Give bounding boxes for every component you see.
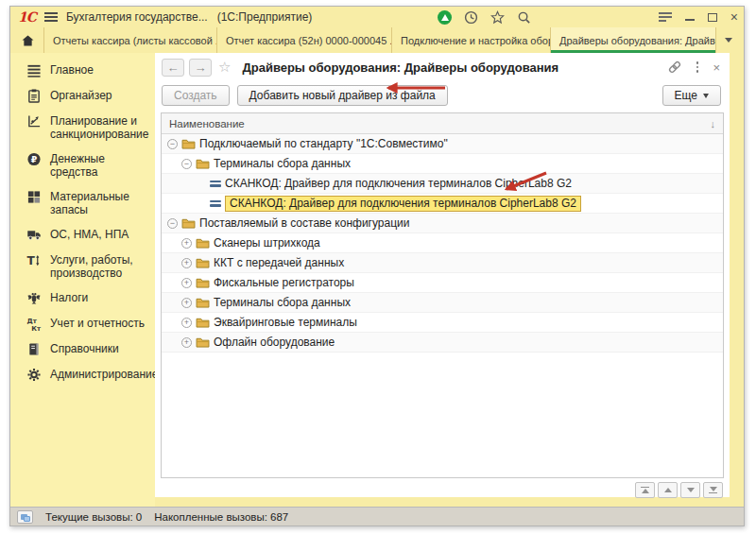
ruble-coin-icon: ₽ (26, 152, 42, 166)
table-row[interactable]: Подключаемый по стандарту "1С:Совместимо… (162, 134, 723, 154)
table-row-selected[interactable]: СКАНКОД: Драйвер для подключения термина… (162, 194, 723, 214)
maximize-icon[interactable] (708, 13, 717, 22)
expand-icon[interactable] (181, 278, 192, 288)
add-to-favorites-icon[interactable] (218, 59, 231, 76)
table-row[interactable]: Терминалы сбора данных (162, 293, 723, 313)
sidebar-item-fixed-assets[interactable]: ОС, НМА, НПА (10, 222, 155, 248)
gear-icon (26, 368, 42, 382)
accumulated-calls-label: Накопленные вызовы: 687 (154, 511, 288, 523)
server-calls-icon (17, 510, 33, 524)
minimize-icon[interactable] (685, 19, 695, 21)
clipboard-icon (26, 89, 42, 103)
sidebar-item-services[interactable]: Т Услуги, работы, производство (10, 248, 155, 285)
go-up-button[interactable] (658, 482, 678, 498)
app-window: 1С Бухгалтерия государстве...(1С:Предпри… (9, 6, 745, 526)
sidebar-item-taxes[interactable]: Налоги (10, 285, 155, 311)
collapse-icon[interactable] (167, 218, 178, 229)
more-actions-icon[interactable] (696, 61, 699, 73)
get-link-icon[interactable] (667, 60, 682, 75)
sidebar-item-administration[interactable]: Администрирование (10, 362, 155, 388)
expand-icon[interactable] (181, 318, 192, 328)
tab-bar: Отчеты кассира (листы кассовой ... Отчет… (10, 27, 744, 53)
current-calls-label: Текущие вызовы: 0 (45, 511, 142, 523)
favorites-star-icon[interactable] (490, 10, 505, 25)
home-icon (22, 35, 34, 46)
svg-text:Кт: Кт (31, 324, 42, 331)
sidebar-item-accounting[interactable]: Дт Кт Учет и отчетность (10, 311, 155, 336)
create-button[interactable]: Создать (162, 85, 230, 106)
table-header-row[interactable]: Наименование (162, 113, 723, 134)
tab-home[interactable] (12, 27, 44, 53)
table-row[interactable]: Сканеры штрихкода (162, 233, 723, 253)
table-row[interactable]: Эквайринговые терминалы (162, 313, 723, 333)
folder-icon (196, 297, 210, 308)
window-title: Бухгалтерия государстве...(1С:Предприяти… (66, 10, 312, 24)
sidebar-item-organizer[interactable]: Планирование и санкционирование Органайз… (10, 83, 155, 109)
driver-item-icon (210, 181, 221, 187)
screenshot-stage: 1С Бухгалтерия государстве...(1С:Предпри… (0, 0, 756, 534)
sidebar-item-main[interactable]: Главное (10, 58, 155, 83)
go-down-button[interactable] (680, 482, 700, 498)
service-menu-icon[interactable] (659, 12, 672, 22)
menu-lines-icon (26, 63, 42, 78)
history-back-button[interactable] (162, 59, 184, 77)
tab-equipment-drivers[interactable]: Драйверы оборудования: Драйве... (551, 27, 716, 53)
go-to-bottom-button[interactable] (703, 482, 723, 498)
expand-icon[interactable] (181, 298, 192, 308)
folder-icon (196, 237, 210, 249)
blocks-icon (26, 190, 42, 204)
sidebar-item-inventory[interactable]: Материальные запасы (10, 184, 155, 222)
discussions-notification-icon[interactable] (438, 10, 452, 25)
tab-cashier-report-52n[interactable]: Отчет кассира (52н) 0000-000045 ... (217, 27, 392, 53)
sidebar-item-money[interactable]: ₽ Денежные средства (10, 146, 155, 184)
more-button[interactable]: Еще (662, 85, 721, 106)
table-row[interactable]: ККТ с передачей данных (162, 253, 723, 273)
history-clock-icon[interactable] (464, 10, 478, 25)
truck-icon (26, 228, 42, 242)
svg-text:₽: ₽ (31, 154, 38, 164)
table-row[interactable]: Офлайн оборудование (162, 333, 723, 353)
tariff-icon: Т (26, 253, 42, 267)
add-driver-from-file-button[interactable]: Добавить новый драйвер из файла (237, 85, 448, 106)
drivers-tree-table: Наименование Подключаемый по стандарту "… (161, 112, 724, 478)
folder-icon (196, 317, 210, 328)
title-bar: 1С Бухгалтерия государстве...(1С:Предпри… (10, 7, 744, 27)
folder-icon (196, 336, 210, 348)
search-icon[interactable] (517, 10, 531, 25)
collapse-icon[interactable] (167, 139, 178, 149)
table-row[interactable]: Поставляемый в составе конфигурации (162, 214, 723, 233)
collapse-icon[interactable] (181, 159, 192, 169)
form-header: Драйверы оборудования: Драйверы оборудов… (155, 53, 730, 81)
eagle-icon (26, 291, 42, 305)
form-toolbar: Создать Добавить новый драйвер из файла … (155, 81, 730, 110)
section-sidebar: Главное Планирование и санкционирование … (10, 53, 155, 507)
sort-descending-icon[interactable] (711, 118, 716, 129)
svg-text:Т: Т (27, 254, 36, 267)
1c-logo: 1С (18, 9, 36, 25)
table-row[interactable]: Фискальные регистраторы (162, 273, 723, 293)
folder-icon (181, 138, 196, 149)
expand-icon[interactable] (181, 238, 192, 249)
table-row[interactable]: Терминалы сбора данных (162, 154, 723, 174)
sidebar-item-planning[interactable]: Планирование и санкционирование (10, 109, 155, 146)
folder-icon (181, 217, 196, 229)
tab-equipment-setup[interactable]: Подключение и настройка обору... (392, 27, 551, 53)
sidebar-item-catalogs[interactable]: Справочники (10, 336, 155, 362)
folder-icon (196, 277, 210, 288)
table-row[interactable]: СКАНКОД: Драйвер для подключения термина… (162, 174, 723, 194)
highlighted-row-label: СКАНКОД: Драйвер для подключения термина… (225, 196, 581, 212)
history-forward-button[interactable] (189, 59, 212, 77)
go-to-top-button[interactable] (635, 482, 655, 498)
expand-icon[interactable] (181, 258, 192, 268)
chart-arrow-icon (26, 114, 42, 129)
tab-cashier-reports[interactable]: Отчеты кассира (листы кассовой ... (44, 27, 217, 53)
workspace: Драйверы оборудования: Драйверы оборудов… (155, 53, 744, 507)
folder-icon (196, 257, 210, 268)
close-form-icon[interactable] (713, 60, 720, 75)
expand-icon[interactable] (181, 337, 192, 348)
main-menu-icon[interactable] (44, 12, 58, 22)
list-navigation (155, 482, 723, 498)
tabs-overflow-icon[interactable] (716, 27, 741, 53)
close-window-icon[interactable]: × (730, 10, 738, 24)
driver-item-icon (210, 200, 221, 207)
